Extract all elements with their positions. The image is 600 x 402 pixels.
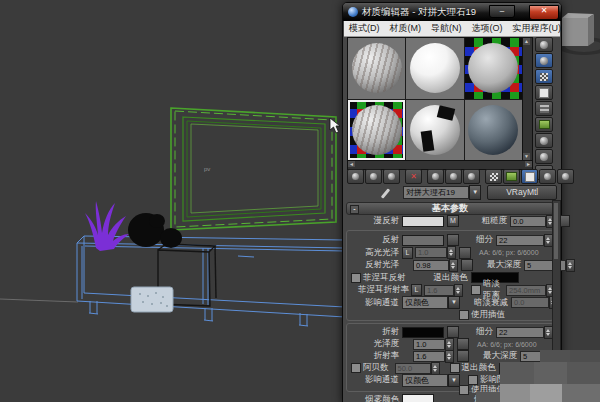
close-button[interactable]: ✕ — [529, 5, 559, 20]
black-decor-objects[interactable] — [128, 213, 182, 248]
menu-navigation[interactable]: 导航(N) — [426, 22, 467, 35]
sample-slot-white[interactable] — [406, 38, 463, 99]
show-map-in-viewport-button[interactable] — [521, 169, 538, 184]
collapse-icon[interactable]: - — [350, 205, 359, 214]
reflect-color-swatch[interactable] — [402, 235, 444, 246]
scroll-down-icon[interactable]: ▼ — [523, 153, 530, 160]
sample-type-button[interactable] — [535, 37, 553, 52]
put-to-scene-icon — [370, 173, 377, 180]
refl-subdivs-label: 细分 — [465, 234, 493, 246]
hilight-gloss-field[interactable]: 1.0 — [415, 247, 447, 258]
sample-slot-dark[interactable] — [465, 100, 522, 161]
refl-gloss-spinner[interactable] — [449, 259, 458, 272]
refr-subdivs-label: 细分 — [465, 326, 493, 338]
show-background-button[interactable] — [485, 169, 502, 184]
end-result-icon — [506, 172, 517, 181]
menu-mode[interactable]: 模式(D) — [344, 22, 385, 35]
sample-slot-glossy[interactable] — [406, 100, 463, 161]
refr-subdivs-field[interactable]: 22 — [496, 327, 544, 338]
basic-parameters-rollout[interactable]: - 基本参数 — [346, 202, 554, 215]
refl-interp-checkbox[interactable] — [459, 310, 469, 320]
sample-uv-tiling-button[interactable] — [535, 85, 553, 100]
library-icon — [450, 173, 457, 180]
refl-gloss-field[interactable]: 0.98 — [413, 260, 449, 271]
fresnel-ior-label: 菲涅耳折射率 — [347, 284, 409, 296]
make-preview-button[interactable] — [535, 117, 553, 132]
scroll-up-icon[interactable]: ▲ — [523, 38, 530, 45]
backlight-button[interactable] — [535, 53, 553, 68]
sample-slot-active-marble[interactable] — [348, 100, 405, 161]
exit-color-label: 退出颜色 — [424, 272, 468, 284]
assign-material-icon — [388, 173, 395, 180]
abbe-field[interactable]: 50.0 — [395, 363, 431, 374]
menu-material[interactable]: 材质(M) — [385, 22, 427, 35]
window-titlebar[interactable]: 材质编辑器 - 对拼大理石19 – ✕ — [343, 3, 561, 21]
ior-field[interactable]: 1.6 — [413, 351, 445, 362]
refr-gloss-map-button[interactable] — [457, 338, 469, 350]
go-to-sibling-button[interactable] — [557, 169, 574, 184]
dim-falloff-field[interactable]: 0.0 — [511, 297, 549, 308]
refract-color-swatch[interactable] — [402, 327, 444, 338]
fresnel-ior-lock[interactable]: L — [411, 284, 422, 296]
abbe-checkbox[interactable] — [351, 363, 361, 373]
minimize-button[interactable]: – — [489, 5, 515, 18]
fresnel-ior-spinner[interactable] — [454, 284, 463, 297]
put-to-scene-button[interactable] — [365, 169, 382, 184]
material-name-dropdown[interactable]: 对拼大理石19 — [403, 186, 469, 199]
material-class-button[interactable]: VRayMtl — [487, 185, 557, 200]
make-unique-button[interactable] — [427, 169, 444, 184]
video-color-check-button[interactable] — [535, 101, 553, 116]
menu-options[interactable]: 选项(O) — [467, 22, 508, 35]
go-to-parent-button[interactable] — [539, 169, 556, 184]
menu-utilities[interactable]: 实用程序(U) — [508, 22, 567, 35]
hilight-lock-button[interactable]: L — [402, 247, 413, 259]
refl-interp-row: 使用插值 — [347, 309, 555, 321]
sample-slot-marble[interactable] — [348, 38, 405, 99]
reset-material-button[interactable]: ✕ — [405, 169, 422, 184]
dim-distance-field[interactable]: 254.0mm — [506, 285, 546, 296]
scroll-left-icon[interactable]: ◄ — [348, 161, 355, 167]
refl-interp-label: 使用插值 — [471, 309, 505, 321]
hilight-gloss-spinner[interactable] — [447, 246, 456, 259]
background-checker-icon — [490, 173, 498, 181]
dropdown-arrow-icon[interactable]: ▼ — [469, 185, 482, 200]
slot-vertical-scrollbar[interactable]: ▲ ▼ — [522, 37, 533, 161]
ior-spinner[interactable] — [445, 350, 454, 363]
material-id-button[interactable] — [463, 169, 480, 184]
fog-color-swatch[interactable] — [402, 394, 434, 402]
sample-slot-gray-checker[interactable] — [465, 38, 522, 99]
get-material-button[interactable] — [347, 169, 364, 184]
refl-affect-arrow-icon[interactable]: ▼ — [448, 296, 460, 309]
diffuse-map-button[interactable]: M — [447, 215, 459, 227]
fresnel-ior-field[interactable]: 1.6 — [424, 285, 454, 296]
background-button[interactable] — [535, 69, 553, 84]
options-button[interactable] — [535, 133, 553, 148]
scroll-right-icon[interactable]: ► — [525, 161, 532, 167]
refract-map-button[interactable] — [447, 326, 459, 338]
ground-line — [0, 299, 78, 302]
pick-material-eyedropper[interactable] — [381, 186, 395, 199]
put-to-library-button[interactable] — [445, 169, 462, 184]
refl-gloss-row: 反射光泽 0.98 最大深度 5 — [347, 259, 555, 271]
reflect-map-button[interactable] — [447, 234, 459, 246]
hilight-gloss-row: 高光光泽 L 1.0 AA: 6/6; px: 6/6000 — [347, 247, 555, 259]
show-end-result-button[interactable] — [503, 169, 520, 184]
app-icon — [348, 7, 358, 17]
refr-gloss-field[interactable]: 1.0 — [413, 339, 445, 350]
refl-affect-dropdown[interactable]: 仅颜色 — [402, 296, 448, 309]
basket-object[interactable] — [131, 287, 173, 312]
refl-maxdepth-spinner[interactable] — [566, 259, 575, 272]
select-by-material-button[interactable] — [535, 149, 553, 164]
assign-to-selection-button[interactable] — [383, 169, 400, 184]
refract-label: 折射 — [347, 326, 399, 338]
refl-gloss-map-button[interactable] — [461, 259, 473, 271]
roughness-field[interactable]: 0.0 — [510, 216, 546, 227]
ior-map-button[interactable] — [457, 350, 469, 362]
hilight-map-button[interactable] — [459, 247, 471, 259]
green-frame-wireframe[interactable] — [171, 108, 336, 230]
diffuse-color-swatch[interactable] — [402, 216, 444, 227]
dim-distance-checkbox[interactable] — [471, 285, 481, 295]
refl-subdivs-field[interactable]: 22 — [496, 235, 544, 246]
fresnel-checkbox[interactable] — [351, 273, 361, 283]
refr-exit-checkbox[interactable] — [450, 363, 460, 373]
